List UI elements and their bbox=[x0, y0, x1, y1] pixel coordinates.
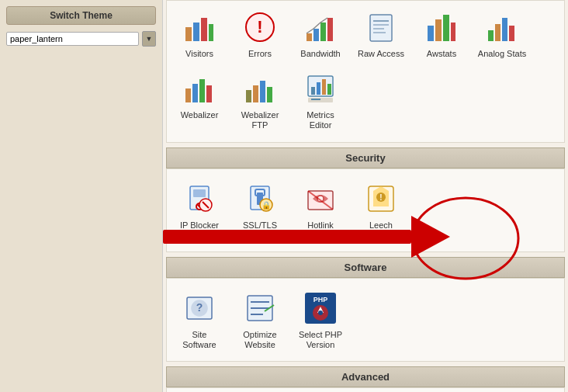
svg-rect-30 bbox=[267, 87, 272, 102]
svg-rect-24 bbox=[192, 84, 198, 102]
main-content: Visitors ! Errors bbox=[163, 0, 568, 392]
svg-rect-35 bbox=[327, 84, 331, 95]
rawaccess-label: Raw Access bbox=[358, 49, 404, 59]
svg-rect-1 bbox=[193, 23, 199, 41]
svg-rect-9 bbox=[327, 18, 333, 41]
svg-rect-26 bbox=[206, 85, 212, 102]
svg-rect-16 bbox=[435, 19, 442, 41]
svg-text:PHP: PHP bbox=[313, 296, 328, 304]
svg-rect-8 bbox=[320, 23, 326, 41]
errors-item[interactable]: ! Errors bbox=[232, 5, 288, 62]
svg-rect-3 bbox=[209, 24, 213, 41]
analog-item[interactable]: Analog Stats bbox=[474, 5, 530, 62]
svg-rect-6 bbox=[307, 33, 312, 41]
ip-blocker-label: IP Blocker bbox=[180, 220, 219, 231]
webalizer-ftp-item[interactable]: Webalizer FTP bbox=[232, 67, 288, 134]
hotlink-item[interactable]: Hotlink Protection bbox=[293, 177, 348, 244]
ip-blocker-icon bbox=[181, 180, 218, 217]
sidebar-section-title: Switch Theme bbox=[6, 6, 156, 25]
svg-rect-29 bbox=[260, 81, 265, 102]
metrics-icon bbox=[302, 70, 339, 107]
analog-icon bbox=[483, 9, 521, 46]
security-header: Security bbox=[166, 147, 565, 168]
visitors-icon bbox=[181, 9, 218, 46]
sidebar: Switch Theme paper_lantern x3 retro ▼ bbox=[0, 0, 163, 392]
ssl-tls-label: SSL/TLS bbox=[243, 220, 277, 231]
advanced-section: Advanced Track DNS bbox=[163, 366, 568, 392]
site-software-icon: ? bbox=[181, 290, 218, 327]
bandwidth-label: Bandwidth bbox=[300, 49, 340, 59]
errors-icon: ! bbox=[241, 9, 279, 46]
hotlink-label: Hotlink Protection bbox=[296, 220, 345, 241]
optimize-item[interactable]: Optimize Website bbox=[232, 286, 288, 353]
svg-rect-17 bbox=[443, 15, 449, 41]
select-php-label: Select PHP Version bbox=[296, 330, 345, 350]
logs-section: Visitors ! Errors bbox=[163, 0, 568, 143]
svg-text:!: ! bbox=[379, 193, 382, 202]
svg-text:!: ! bbox=[257, 17, 262, 36]
visitors-item[interactable]: Visitors bbox=[171, 5, 227, 62]
awstats-label: Awstats bbox=[427, 49, 456, 59]
webalizer-icon bbox=[181, 70, 218, 107]
leech-icon: ! bbox=[362, 180, 400, 217]
visitors-label: Visitors bbox=[185, 49, 213, 59]
bandwidth-item[interactable]: Bandwidth bbox=[293, 5, 348, 62]
svg-rect-21 bbox=[502, 18, 507, 41]
svg-rect-19 bbox=[488, 30, 494, 41]
optimize-label: Optimize Website bbox=[235, 330, 285, 350]
bandwidth-icon bbox=[302, 9, 339, 46]
webalizer-ftp-icon bbox=[241, 70, 279, 107]
metrics-item[interactable]: Metrics Editor bbox=[293, 67, 348, 134]
leech-label: Leech Protection bbox=[356, 220, 406, 241]
svg-rect-34 bbox=[322, 79, 326, 95]
ssl-tls-item[interactable]: 🔒 SSL/TLS bbox=[232, 177, 288, 244]
select-php-icon: PHP bbox=[302, 290, 339, 327]
svg-rect-25 bbox=[199, 79, 205, 102]
site-software-item[interactable]: ? Site Software bbox=[171, 286, 227, 353]
rawaccess-icon bbox=[362, 9, 400, 46]
svg-rect-39 bbox=[193, 189, 206, 197]
svg-rect-32 bbox=[311, 87, 315, 95]
leech-item[interactable]: ! Leech Protection bbox=[353, 177, 409, 244]
software-section: Software ? Site Software bbox=[163, 257, 568, 362]
webalizer-label: Webalizer bbox=[181, 110, 219, 120]
svg-rect-23 bbox=[185, 88, 191, 102]
advanced-header: Advanced bbox=[166, 366, 565, 387]
svg-rect-18 bbox=[451, 23, 455, 41]
svg-rect-10 bbox=[370, 15, 392, 41]
svg-rect-27 bbox=[246, 90, 251, 102]
svg-rect-28 bbox=[253, 85, 258, 102]
software-header: Software bbox=[166, 257, 565, 278]
hotlink-icon bbox=[302, 180, 339, 217]
errors-label: Errors bbox=[248, 49, 272, 59]
select-php-item[interactable]: PHP Select PHP Version bbox=[293, 286, 348, 353]
svg-rect-7 bbox=[313, 29, 319, 41]
security-section: Security IP Blocker bbox=[163, 147, 568, 252]
theme-select-arrow[interactable]: ▼ bbox=[142, 31, 156, 47]
svg-rect-22 bbox=[509, 26, 514, 41]
ssl-tls-icon: 🔒 bbox=[241, 180, 279, 217]
ip-blocker-item[interactable]: IP Blocker bbox=[171, 177, 227, 244]
analog-label: Analog Stats bbox=[478, 49, 526, 59]
webalizer-ftp-label: Webalizer FTP bbox=[235, 110, 285, 130]
webalizer-item[interactable]: Webalizer bbox=[171, 67, 227, 134]
svg-text:?: ? bbox=[196, 301, 203, 314]
metrics-label: Metrics Editor bbox=[296, 110, 345, 130]
awstats-item[interactable]: Awstats bbox=[414, 5, 469, 62]
svg-rect-0 bbox=[185, 27, 192, 41]
svg-point-65 bbox=[318, 310, 323, 315]
svg-rect-33 bbox=[317, 82, 320, 95]
svg-rect-20 bbox=[495, 24, 500, 41]
svg-rect-2 bbox=[201, 18, 207, 41]
optimize-icon bbox=[241, 290, 279, 327]
awstats-icon bbox=[423, 9, 460, 46]
svg-text:🔒: 🔒 bbox=[261, 200, 272, 210]
theme-select[interactable]: paper_lantern x3 retro bbox=[6, 32, 139, 46]
svg-rect-15 bbox=[428, 26, 434, 41]
site-software-label: Site Software bbox=[175, 330, 224, 350]
rawaccess-item[interactable]: Raw Access bbox=[353, 5, 409, 62]
